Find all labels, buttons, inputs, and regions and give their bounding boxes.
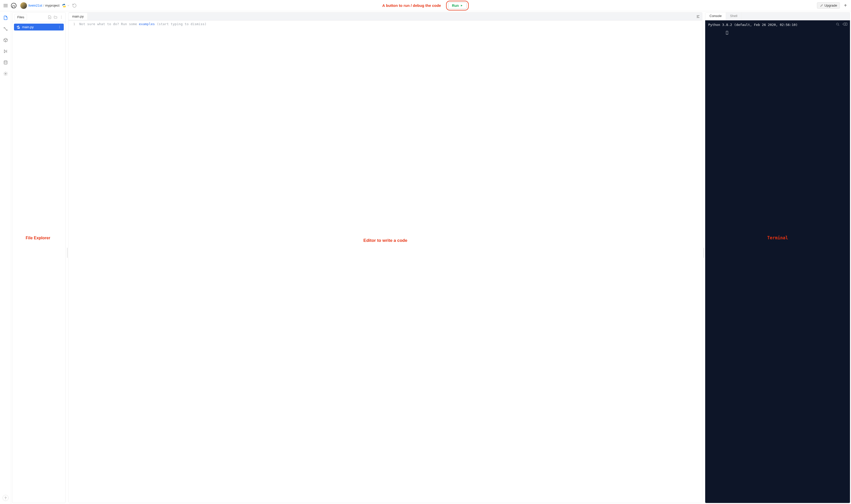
sidebar-settings-icon[interactable] — [2, 71, 8, 77]
svg-rect-14 — [697, 17, 700, 18]
lang-chevron-down-icon[interactable] — [67, 4, 70, 7]
run-annotation-text: A button to run / debug the code — [382, 3, 441, 7]
editor-tabbar: main.py — [69, 13, 702, 21]
new-file-icon[interactable] — [48, 15, 52, 19]
files-tab[interactable]: Files — [15, 14, 27, 20]
terminal-prompt-line — [708, 27, 847, 38]
svg-rect-12 — [697, 15, 700, 16]
editor-gutter: 1 — [69, 21, 78, 503]
svg-point-11 — [59, 28, 60, 28]
editor-body[interactable]: 1 Not sure what to do? Run some examples… — [69, 21, 702, 503]
file-list: main.py — [13, 22, 65, 32]
line-number: 1 — [69, 22, 75, 26]
sidebar-files-icon[interactable] — [2, 15, 8, 21]
svg-point-2 — [4, 28, 4, 28]
file-explorer-header: Files — [13, 13, 65, 22]
terminal-search-icon[interactable] — [836, 22, 840, 26]
play-icon — [460, 4, 463, 7]
upgrade-label: Upgrade — [824, 3, 837, 7]
replit-logo-icon[interactable] — [10, 2, 17, 9]
svg-point-4 — [4, 61, 7, 62]
editor-tab-main-py[interactable]: main.py — [69, 13, 88, 20]
svg-point-9 — [59, 26, 60, 26]
history-icon[interactable] — [72, 3, 77, 8]
python-file-icon — [17, 25, 20, 29]
svg-point-10 — [59, 27, 60, 28]
add-button[interactable]: + — [843, 2, 849, 8]
username-link[interactable]: livein21st — [29, 3, 42, 7]
svg-point-7 — [61, 17, 62, 18]
panel-resize-handle-2[interactable] — [703, 11, 704, 504]
project-name[interactable]: myproject — [45, 3, 59, 7]
file-menu-icon[interactable] — [59, 15, 63, 19]
editor-placeholder: Not sure what to do? Run some examples (… — [78, 21, 206, 503]
terminal-annotation: Terminal — [705, 235, 850, 240]
menu-icon[interactable] — [2, 2, 8, 8]
sidebar-debugger-icon[interactable] — [2, 48, 8, 54]
terminal-cursor — [726, 31, 728, 35]
help-button[interactable]: ? — [2, 495, 8, 501]
file-explorer-annotation: File Explorer — [26, 236, 50, 240]
placeholder-post: (start typing to dismiss) — [155, 22, 206, 26]
terminal-clear-icon[interactable] — [843, 22, 848, 26]
svg-point-8 — [61, 18, 62, 19]
examples-link[interactable]: examples — [139, 22, 155, 26]
sidebar-database-icon[interactable] — [2, 59, 8, 66]
editor-format-icon[interactable] — [696, 15, 700, 19]
sidebar-packages-icon[interactable] — [2, 37, 8, 43]
terminal-panel: Console Shell Python 3.8.2 (default, Feb… — [705, 12, 850, 503]
placeholder-pre: Not sure what to do? Run some — [79, 22, 139, 26]
rocket-icon — [820, 4, 823, 7]
file-row-main-py[interactable]: main.py — [14, 24, 64, 31]
tab-console[interactable]: Console — [705, 13, 726, 20]
terminal-tabbar: Console Shell — [705, 12, 850, 20]
svg-point-3 — [6, 30, 7, 31]
topbar: livein21st / myproject A button to run /… — [0, 0, 851, 11]
file-name: main.py — [22, 25, 34, 29]
python-lang-icon[interactable] — [62, 3, 66, 7]
upgrade-button[interactable]: Upgrade — [817, 2, 840, 8]
run-annotation-circle: Run — [446, 1, 469, 11]
run-annotation: A button to run / debug the code Run — [0, 1, 851, 11]
sidebar: ? — [0, 11, 11, 504]
run-button[interactable]: Run — [448, 2, 467, 9]
svg-point-5 — [5, 73, 6, 74]
panel-resize-handle[interactable] — [67, 11, 68, 504]
editor-panel: main.py 1 Not sure what to do? Run some … — [68, 12, 702, 503]
run-button-label: Run — [452, 3, 459, 7]
svg-point-15 — [836, 23, 838, 25]
svg-point-1 — [822, 5, 822, 5]
file-explorer-panel: Files main.py — [12, 12, 66, 503]
terminal-body[interactable]: Python 3.8.2 (default, Feb 26 2020, 02:5… — [705, 20, 850, 503]
svg-rect-13 — [697, 16, 699, 17]
new-folder-icon[interactable] — [54, 15, 57, 19]
svg-point-6 — [61, 16, 62, 16]
avatar[interactable] — [20, 2, 27, 9]
tab-shell[interactable]: Shell — [726, 13, 742, 20]
sidebar-version-icon[interactable] — [2, 26, 8, 32]
breadcrumb-separator: / — [43, 3, 44, 7]
terminal-line-1: Python 3.8.2 (default, Feb 26 2020, 02:5… — [708, 23, 847, 27]
file-row-menu-icon[interactable] — [58, 25, 61, 29]
topbar-right: Upgrade + — [817, 2, 849, 8]
main-area: ? Files main.py — [0, 11, 851, 504]
